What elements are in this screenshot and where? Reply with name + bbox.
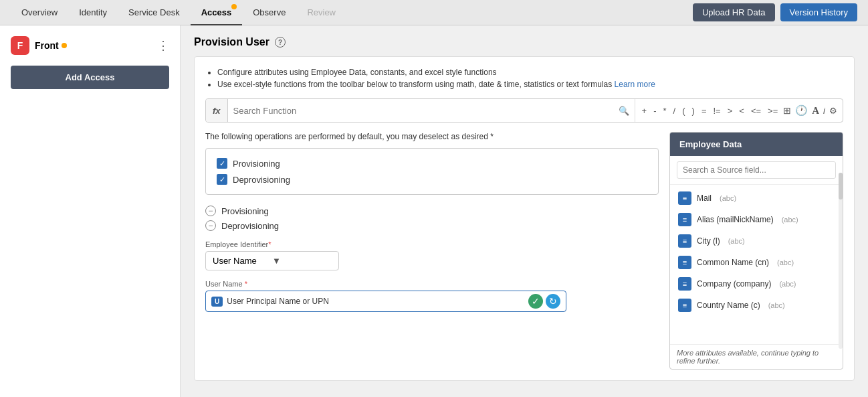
user-name-group: User Name * U User Principal Name or UPN… — [205, 280, 659, 312]
field-action-icons: ✓ ↻ — [528, 294, 560, 309]
text-format-icon[interactable]: A — [812, 105, 819, 116]
add-access-button[interactable]: Add Access — [11, 66, 169, 89]
list-item[interactable]: Alias (mailNickName) (abc) — [670, 209, 843, 230]
operations-text: The following operations are performed b… — [205, 132, 659, 141]
minus-deprovisioning-icon[interactable] — [205, 220, 216, 231]
transform-icon[interactable]: ⚙ — [829, 106, 837, 116]
sidebar-header: F Front ⋮ — [11, 36, 169, 55]
minus-provisioning-row: Provisioning — [205, 206, 659, 216]
deprovisioning-label: Deprovisioning — [233, 175, 290, 185]
op-plus[interactable]: + — [641, 106, 649, 116]
app-badge — [62, 43, 67, 48]
employee-data-header: Employee Data — [670, 133, 843, 156]
employee-data-search-wrap — [670, 156, 843, 185]
search-function-input[interactable] — [233, 106, 616, 116]
confirm-icon[interactable]: ✓ — [528, 294, 543, 309]
op-divide[interactable]: / — [672, 106, 677, 116]
sidebar-menu-dots[interactable]: ⋮ — [157, 38, 169, 53]
upn-badge: U — [211, 297, 223, 307]
employee-identifier-label: Employee Identifier* — [205, 240, 659, 248]
formula-bar: fx 🔍 + - * / ( ) = != > < <= >= — [205, 98, 843, 123]
formula-input-wrap: 🔍 — [228, 106, 635, 116]
search-icon[interactable]: 🔍 — [619, 106, 629, 116]
op-not-equals[interactable]: != — [712, 106, 722, 116]
user-name-field[interactable]: U User Principal Name or UPN ✓ ↻ — [205, 291, 566, 312]
page-title: Provision User ? — [194, 36, 855, 48]
employee-data-list: Mail (abc) Alias (mailNickName) (abc) Ci… — [670, 185, 843, 344]
field-icon — [678, 213, 691, 226]
op-open-paren[interactable]: ( — [681, 106, 686, 116]
main-left: The following operations are performed b… — [205, 132, 659, 370]
list-item[interactable]: Common Name (cn) (abc) — [670, 252, 843, 273]
minus-provisioning-icon[interactable] — [205, 206, 216, 216]
nav-overview[interactable]: Overview — [11, 0, 68, 25]
op-gte[interactable]: >= — [766, 106, 779, 116]
operations-box: Provisioning Deprovisioning — [205, 148, 659, 195]
op-equals[interactable]: = — [700, 106, 708, 116]
user-name-label: User Name * — [205, 280, 659, 288]
nav-identity[interactable]: Identity — [68, 0, 118, 25]
version-history-button[interactable]: Version History — [780, 3, 857, 21]
app-name: Front — [35, 40, 67, 51]
field-icon — [678, 234, 691, 248]
access-badge — [231, 4, 237, 9]
nav-service-desk[interactable]: Service Desk — [118, 0, 191, 25]
provisioning-label: Provisioning — [233, 159, 280, 169]
help-icon[interactable]: ? — [275, 37, 286, 48]
info-icon[interactable]: i — [823, 106, 825, 116]
provisioning-checkbox[interactable] — [217, 158, 227, 169]
nav-review[interactable]: Review — [296, 0, 346, 25]
employee-identifier-select[interactable]: User Name ▼ — [205, 251, 339, 270]
top-navigation: Overview Identity Service Desk Access Ob… — [0, 0, 868, 25]
grid-icon[interactable]: ⊞ — [783, 105, 791, 116]
formula-toolbar: + - * / ( ) = != > < <= >= ⊞ 🕐 A i ⚙ — [635, 99, 843, 122]
clock-icon[interactable]: 🕐 — [795, 104, 808, 116]
provisioning-checkbox-row: Provisioning — [217, 158, 647, 169]
upload-hr-data-button[interactable]: Upload HR Data — [693, 3, 775, 21]
refresh-icon[interactable]: ↻ — [546, 294, 560, 309]
content-card: Configure attributes using Employee Data… — [194, 56, 855, 381]
main-inner: The following operations are performed b… — [205, 132, 843, 370]
nav-observe[interactable]: Observe — [242, 0, 296, 25]
list-item[interactable]: Country Name (c) (abc) — [670, 295, 843, 316]
sidebar: F Front ⋮ Add Access — [0, 25, 181, 397]
op-multiply[interactable]: * — [662, 106, 668, 116]
scrollbar-thumb[interactable] — [839, 173, 843, 200]
main-layout: F Front ⋮ Add Access Provision User ? Co… — [0, 25, 868, 397]
op-minus[interactable]: - — [652, 106, 657, 116]
op-greater[interactable]: > — [726, 106, 734, 116]
list-item[interactable]: Company (company) (abc) — [670, 273, 843, 295]
chevron-down-icon: ▼ — [272, 256, 332, 266]
deprovisioning-checkbox[interactable] — [217, 174, 227, 185]
deprovisioning-checkbox-row: Deprovisioning — [217, 174, 647, 185]
field-icon — [678, 191, 691, 205]
main-content: Provision User ? Configure attributes us… — [181, 25, 868, 397]
op-less[interactable]: < — [738, 106, 746, 116]
employee-data-panel: Employee Data Mail (abc) Alias (mailNick… — [669, 132, 843, 370]
list-item[interactable]: Mail (abc) — [670, 187, 843, 209]
field-icon — [678, 256, 691, 269]
nav-access[interactable]: Access — [191, 0, 243, 25]
op-close-paren[interactable]: ) — [691, 106, 696, 116]
scrollbar-track[interactable] — [839, 173, 843, 349]
employee-identifier-group: Employee Identifier* User Name ▼ — [205, 240, 659, 270]
employee-data-search-input[interactable] — [677, 161, 836, 179]
op-lte[interactable]: <= — [750, 106, 762, 116]
fx-label: fx — [206, 99, 228, 122]
list-item[interactable]: City (l) (abc) — [670, 230, 843, 252]
app-logo: F — [11, 36, 29, 55]
field-icon — [678, 299, 691, 312]
field-icon — [678, 277, 691, 291]
info-bullets: Configure attributes using Employee Data… — [205, 68, 843, 89]
minus-deprovisioning-row: Deprovisioning — [205, 220, 659, 231]
learn-more-link[interactable]: Learn more — [615, 80, 655, 89]
employee-data-footer: More attributes available, continue typi… — [670, 344, 843, 369]
upn-value: User Principal Name or UPN — [227, 297, 524, 306]
